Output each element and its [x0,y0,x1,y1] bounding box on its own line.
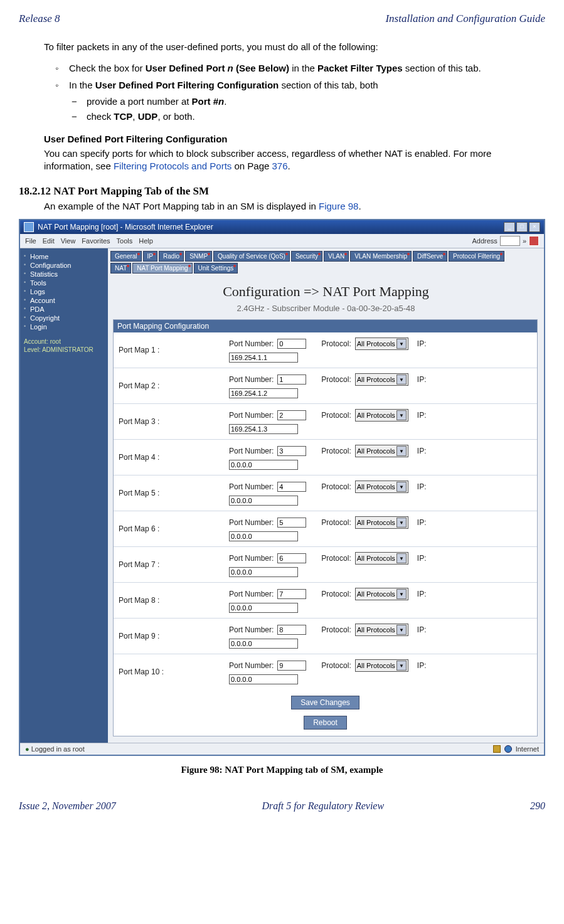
protocol-label: Protocol: [321,590,351,598]
save-button[interactable]: Save Changes [291,696,359,709]
link-page376[interactable]: 376 [272,161,288,171]
chevron-down-icon[interactable]: ▼ [396,553,407,563]
port-map-label: Port Map 7 : [119,560,225,569]
status-bar: ● Logged in as root Internet [20,743,544,755]
ip-input[interactable] [229,639,298,649]
link-filtering[interactable]: Filtering Protocols and Ports [114,161,231,171]
menu-file[interactable]: File [25,237,36,245]
tab-nat[interactable]: NAT [110,263,131,273]
lock-icon [493,745,501,753]
ip-input[interactable] [229,567,298,577]
protocol-select[interactable]: All Protocols▼ [355,481,408,493]
protocol-select[interactable]: All Protocols▼ [355,624,408,636]
intro-paragraph: To filter packets in any of the user-def… [44,41,539,53]
tab-security[interactable]: Security [291,251,322,262]
menu-edit[interactable]: Edit [43,237,55,245]
footer-center: Draft 5 for Regulatory Review [262,800,385,812]
port-map-label: Port Map 3 : [119,417,225,426]
chevron-down-icon[interactable]: ▼ [396,589,407,599]
protocol-select[interactable]: All Protocols▼ [355,373,408,386]
port-number-input[interactable] [277,374,306,385]
protocol-select[interactable]: All Protocols▼ [355,409,408,422]
chevron-down-icon[interactable]: ▼ [396,410,407,420]
tab-diffserve[interactable]: DiffServe [413,251,447,262]
protocol-select[interactable]: All Protocols▼ [355,337,408,350]
tab-general[interactable]: General [110,251,142,262]
port-number-input[interactable] [277,518,306,528]
ip-input[interactable] [229,460,298,470]
port-number-input[interactable] [277,410,306,420]
window-minimize-button[interactable]: _ [504,222,515,232]
ip-input[interactable] [229,388,298,398]
tab-vlan[interactable]: VLAN [324,251,349,262]
port-number-input[interactable] [277,482,306,492]
sidebar-item-tools[interactable]: Tools [24,279,104,287]
tab-nat-port-mapping[interactable]: NAT Port Mapping [132,263,192,273]
ip-label: IP: [417,411,427,420]
ie-menubar: FileEditViewFavoritesToolsHelp Address » [20,234,544,248]
port-number-input[interactable] [277,446,306,456]
sidebar-item-statistics[interactable]: Statistics [24,270,104,279]
sidebar-item-configuration[interactable]: Configuration [24,261,104,270]
port-map-row: Port Map 1 :Port Number:Protocol:All Pro… [114,332,537,368]
port-number-input[interactable] [277,625,306,635]
tab-ip[interactable]: IP [143,251,157,262]
tab-snmp[interactable]: SNMP [185,251,212,262]
protocol-select[interactable]: All Protocols▼ [355,516,408,529]
port-number-input[interactable] [277,339,306,349]
chevron-down-icon[interactable]: ▼ [396,374,407,385]
sidebar-item-logs[interactable]: Logs [24,287,104,296]
reboot-button[interactable]: Reboot [304,716,347,730]
menu-favorites[interactable]: Favorites [82,237,110,245]
ip-input[interactable] [229,603,298,613]
link-figure98[interactable]: Figure 98 [319,201,358,211]
port-number-input[interactable] [277,589,306,599]
protocol-label: Protocol: [321,518,351,527]
ip-input[interactable] [229,674,298,684]
port-number-label: Port Number: [229,590,274,598]
tab-vlan-membership[interactable]: VLAN Membership [350,251,412,262]
ip-input[interactable] [229,496,298,506]
sidebar-item-copyright[interactable]: Copyright [24,314,104,322]
tab-protocol-filtering[interactable]: Protocol Filtering [449,251,504,262]
window-close-button[interactable]: × [529,222,540,232]
protocol-select[interactable]: All Protocols▼ [355,659,408,672]
ip-input[interactable] [229,424,298,434]
sidebar-item-home[interactable]: Home [24,252,104,261]
chevron-down-icon[interactable]: ▼ [396,518,407,528]
chevron-down-icon[interactable]: ▼ [396,661,407,671]
window-maximize-button[interactable]: □ [516,222,528,232]
menu-view[interactable]: View [61,237,76,245]
figure-caption: Figure 98: NAT Port Mapping tab of SM, e… [19,765,545,775]
ip-label: IP: [417,375,427,384]
port-number-input[interactable] [277,553,306,563]
port-map-label: Port Map 2 : [119,381,225,390]
address-input[interactable] [500,236,520,246]
menu-help[interactable]: Help [139,237,153,245]
tab-radio[interactable]: Radio [159,251,184,262]
port-number-label: Port Number: [229,482,274,491]
chevron-down-icon[interactable]: ▼ [396,446,407,456]
protocol-select[interactable]: All Protocols▼ [355,445,408,457]
protocol-label: Protocol: [321,339,351,348]
page-title: Configuration => NAT Port Mapping [108,275,544,304]
sidebar-item-pda[interactable]: PDA [24,305,104,314]
screenshot: NAT Port Mapping [root] - Microsoft Inte… [19,219,545,756]
chevron-down-icon[interactable]: ▼ [396,625,407,635]
tab-quality-of-service-qos-[interactable]: Quality of Service (QoS) [213,251,290,262]
menu-tools[interactable]: Tools [117,237,133,245]
chevron-down-icon[interactable]: ▼ [396,482,407,492]
ip-input[interactable] [229,353,298,363]
sidebar-item-login[interactable]: Login [24,322,104,331]
port-map-row: Port Map 2 :Port Number:Protocol:All Pro… [114,368,537,403]
port-number-input[interactable] [277,661,306,671]
bullet-1: Check the box for User Defined Port n (S… [69,62,539,75]
sidebar: HomeConfigurationStatisticsToolsLogsAcco… [20,248,108,743]
tab-unit-settings[interactable]: Unit Settings [194,263,238,273]
sidebar-item-account[interactable]: Account [24,296,104,305]
protocol-select[interactable]: All Protocols▼ [355,588,408,600]
protocol-select[interactable]: All Protocols▼ [355,552,408,565]
ip-input[interactable] [229,531,298,541]
chevron-down-icon[interactable]: ▼ [396,339,407,349]
go-button[interactable]: » [523,237,526,245]
